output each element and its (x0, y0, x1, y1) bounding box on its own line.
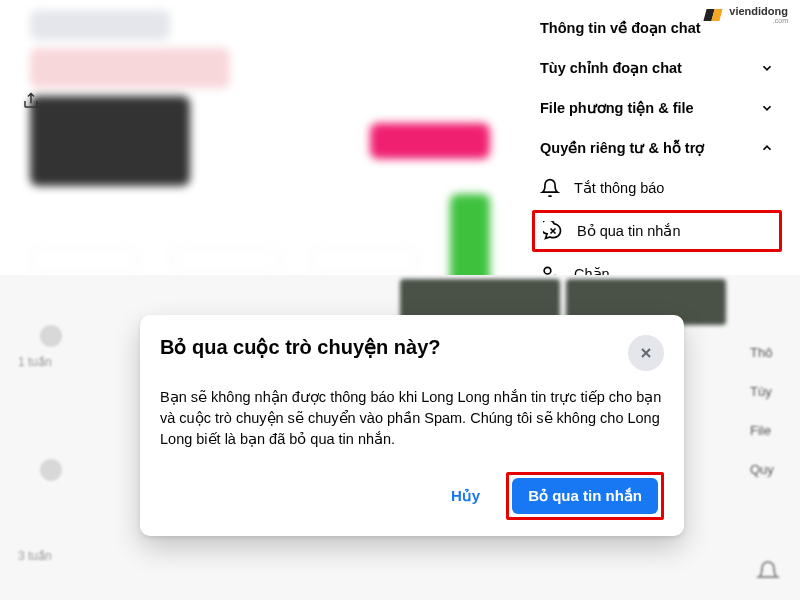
bottom-composite: 1 tuần 3 tuần Tải video YouTube Thô Tùy … (0, 275, 800, 600)
bg-time-2: 3 tuần (18, 549, 108, 563)
svg-point-0 (544, 267, 551, 274)
highlight-confirm: Bỏ qua tin nhắn (506, 472, 664, 520)
watermark-logo-icon (705, 7, 725, 23)
watermark-text: viendidong (729, 5, 788, 17)
dialog-title: Bỏ qua cuộc trò chuyện này? (160, 335, 440, 359)
panel-label: Quyền riêng tư & hỗ trợ (540, 140, 704, 156)
ignore-dialog: Bỏ qua cuộc trò chuyện này? Bạn sẽ không… (140, 315, 684, 536)
chevron-up-icon (760, 141, 774, 155)
share-icon[interactable] (22, 92, 40, 110)
panel-row-privacy[interactable]: Quyền riêng tư & hỗ trợ (532, 128, 782, 168)
subitem-label: Bỏ qua tin nhắn (577, 223, 680, 239)
message-x-icon (543, 221, 563, 241)
subitem-mute[interactable]: Tắt thông báo (532, 168, 782, 208)
subitem-ignore[interactable]: Bỏ qua tin nhắn (541, 219, 773, 243)
dialog-body: Bạn sẽ không nhận được thông báo khi Lon… (160, 387, 664, 450)
close-button[interactable] (628, 335, 664, 371)
panel-label: Thông tin về đoạn chat (540, 20, 701, 36)
bg-bell-icon (756, 560, 780, 584)
panel-label: Tùy chỉnh đoạn chat (540, 60, 682, 76)
bell-icon (540, 178, 560, 198)
watermark: viendidong.com (705, 6, 788, 24)
bg-right-panel-blurred: Thô Tùy File Quy (740, 345, 800, 477)
panel-row-media[interactable]: File phương tiện & file (532, 88, 782, 128)
chat-info-panel: viendidong.com Thông tin về đoạn chat Tù… (520, 0, 800, 275)
bg-sidebar-blurred: 1 tuần 3 tuần (0, 275, 120, 600)
close-icon (638, 345, 654, 361)
panel-label: File phương tiện & file (540, 100, 694, 116)
chevron-down-icon (760, 61, 774, 75)
watermark-sub: .com (729, 17, 788, 24)
panel-row-customize[interactable]: Tùy chỉnh đoạn chat (532, 48, 782, 88)
chat-area-blurred (0, 0, 520, 275)
cancel-button[interactable]: Hủy (433, 479, 498, 513)
confirm-button[interactable]: Bỏ qua tin nhắn (512, 478, 658, 514)
bg-time-1: 1 tuần (18, 355, 108, 369)
top-composite: viendidong.com Thông tin về đoạn chat Tù… (0, 0, 800, 275)
chevron-down-icon (760, 101, 774, 115)
subitem-label: Tắt thông báo (574, 180, 664, 196)
highlight-ignore: Bỏ qua tin nhắn (532, 210, 782, 252)
